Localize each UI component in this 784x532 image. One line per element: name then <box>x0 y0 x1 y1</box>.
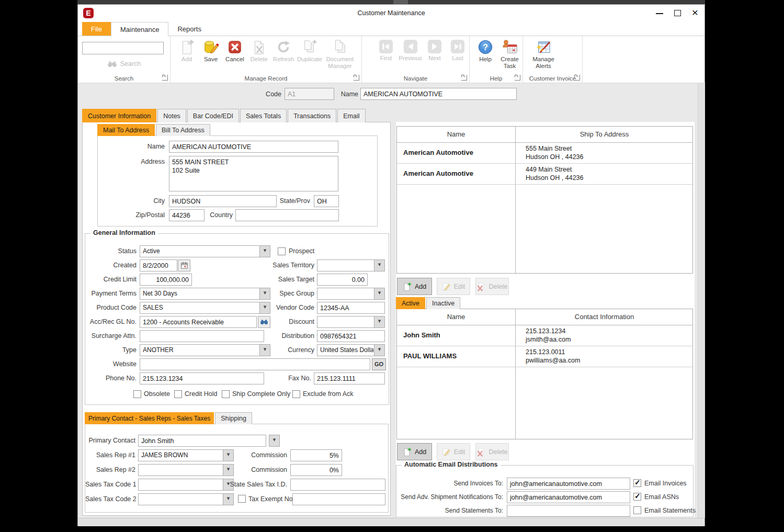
search-group-launcher[interactable] <box>162 75 168 81</box>
manage-alerts-button[interactable]: Manage Alerts <box>528 38 559 70</box>
chevron-down-icon[interactable] <box>223 450 233 461</box>
chevron-down-icon[interactable] <box>259 345 270 356</box>
chevron-down-icon[interactable] <box>223 494 233 505</box>
tax-exempt-input[interactable] <box>292 493 385 505</box>
save-button[interactable]: Save <box>199 38 223 63</box>
sales-tax-code2-select[interactable] <box>138 493 234 505</box>
manage-record-group-launcher[interactable] <box>354 75 359 81</box>
email-invoices-checkbox[interactable] <box>633 479 641 487</box>
mail-address-input[interactable]: 555 MAIN STREET 102 Suite <box>169 156 338 191</box>
credit-limit-input[interactable] <box>140 274 192 286</box>
state-input[interactable] <box>314 195 339 207</box>
document-manager-button[interactable]: Document Manager <box>323 38 357 70</box>
credit-hold-checkbox[interactable] <box>174 390 182 398</box>
tab-maintenance[interactable]: Maintenance <box>111 22 168 36</box>
tab-sales-totals[interactable]: Sales Totals <box>240 109 287 122</box>
tab-bill-to-address[interactable]: Bill To Address <box>156 124 210 136</box>
ship-to-row[interactable]: American Automotive 555 Main Street Huds… <box>397 142 692 164</box>
tab-bar-code-edi[interactable]: Bar Code/EDI <box>187 109 239 122</box>
mail-name-input[interactable] <box>169 141 338 153</box>
type-select[interactable]: ANOTHER <box>140 344 270 356</box>
email-statements-checkbox[interactable] <box>633 506 641 514</box>
commission2-input[interactable] <box>290 464 342 476</box>
last-button[interactable]: Last <box>446 38 469 62</box>
create-task-button[interactable]: Create Task <box>497 38 522 70</box>
tab-active[interactable]: Active <box>396 297 425 309</box>
tab-primary-contact-sales[interactable]: Primary Contact - Sales Reps - Sales Tax… <box>85 412 214 424</box>
cancel-button[interactable]: Cancel <box>223 38 247 63</box>
status-select[interactable]: Active <box>140 245 270 257</box>
country-input[interactable] <box>235 209 339 221</box>
vendor-code-input[interactable] <box>317 302 385 314</box>
ship-to-row[interactable]: American Automotive 449 Main Street Huds… <box>397 163 692 185</box>
primary-contact-dropdown[interactable] <box>269 435 280 447</box>
tab-shipping[interactable]: Shipping <box>215 412 252 424</box>
sales-rep1-select[interactable]: JAMES BROWN <box>138 449 234 461</box>
close-button[interactable] <box>689 7 701 19</box>
chevron-down-icon[interactable] <box>374 288 384 299</box>
chevron-down-icon[interactable] <box>374 260 384 271</box>
refresh-button[interactable]: Refresh <box>271 38 296 63</box>
gl-lookup-button[interactable] <box>258 316 270 328</box>
created-input[interactable] <box>140 259 177 271</box>
tab-email[interactable]: Email <box>337 109 365 122</box>
duplicate-button[interactable]: Duplicate <box>296 38 323 63</box>
exclude-from-ack-checkbox[interactable] <box>292 390 300 398</box>
chevron-down-icon[interactable] <box>259 246 270 257</box>
contact-edit-button[interactable]: Edit <box>437 443 470 460</box>
sales-target-input[interactable] <box>317 274 368 286</box>
chevron-down-icon[interactable] <box>374 345 384 356</box>
go-button[interactable]: GO <box>372 358 386 370</box>
website-input[interactable] <box>140 358 370 370</box>
ship-complete-only-checkbox[interactable] <box>222 390 230 398</box>
city-input[interactable] <box>169 195 277 207</box>
obsolete-checkbox[interactable] <box>133 390 141 398</box>
date-picker-button[interactable] <box>178 259 190 271</box>
tab-reports[interactable]: Reports <box>168 22 210 36</box>
payment-terms-select[interactable]: Net 30 Days <box>140 288 270 300</box>
delete-button[interactable]: Delete <box>247 38 271 63</box>
fax-input[interactable] <box>314 372 385 384</box>
minimize-button[interactable] <box>653 7 666 19</box>
chevron-down-icon[interactable] <box>259 302 270 313</box>
tab-file[interactable]: File <box>82 22 111 36</box>
vertical-scrollbar[interactable] <box>698 82 705 518</box>
state-sales-tax-input[interactable] <box>290 479 385 491</box>
tab-customer-information[interactable]: Customer Information <box>82 109 156 122</box>
sales-rep2-select[interactable] <box>138 464 234 476</box>
send-invoices-input[interactable] <box>507 478 630 490</box>
help-group-launcher[interactable] <box>515 75 520 81</box>
name-input[interactable] <box>360 88 517 100</box>
search-input[interactable] <box>82 42 164 54</box>
send-statements-input[interactable] <box>507 505 630 517</box>
chevron-down-icon[interactable] <box>223 465 233 476</box>
chevron-down-icon[interactable] <box>374 316 384 327</box>
tab-transactions[interactable]: Transactions <box>288 109 336 122</box>
currency-select[interactable]: United States Dollar <box>317 344 385 356</box>
product-code-select[interactable]: SALES <box>140 302 270 314</box>
spec-group-select[interactable] <box>317 288 385 300</box>
contact-add-button[interactable]: Add <box>397 443 432 460</box>
surcharge-input[interactable] <box>140 330 264 342</box>
tax-exempt-checkbox[interactable] <box>238 495 246 503</box>
tab-notes[interactable]: Notes <box>157 109 186 122</box>
send-asn-input[interactable] <box>507 491 630 503</box>
primary-contact-input[interactable] <box>138 435 266 447</box>
tab-mail-to-address[interactable]: Mail To Address <box>97 124 155 136</box>
distribution-input[interactable] <box>317 330 385 342</box>
first-button[interactable]: First <box>374 38 397 62</box>
email-asns-checkbox[interactable] <box>633 493 641 501</box>
discount-select[interactable] <box>317 316 385 328</box>
gl-number-input[interactable] <box>140 316 257 328</box>
commission1-input[interactable] <box>290 449 342 461</box>
horizontal-scrollbar[interactable] <box>78 518 704 526</box>
contact-delete-button[interactable]: Delete <box>475 443 509 460</box>
previous-button[interactable]: Previous <box>397 38 423 62</box>
chevron-down-icon[interactable] <box>259 288 270 299</box>
customer-invoice-group-launcher[interactable] <box>574 75 580 81</box>
phone-input[interactable] <box>140 372 264 384</box>
ship-to-edit-button[interactable]: Edit <box>437 278 470 295</box>
zip-input[interactable] <box>169 209 204 221</box>
help-button[interactable]: ? Help <box>474 38 497 63</box>
tab-inactive[interactable]: Inactive <box>426 297 460 309</box>
